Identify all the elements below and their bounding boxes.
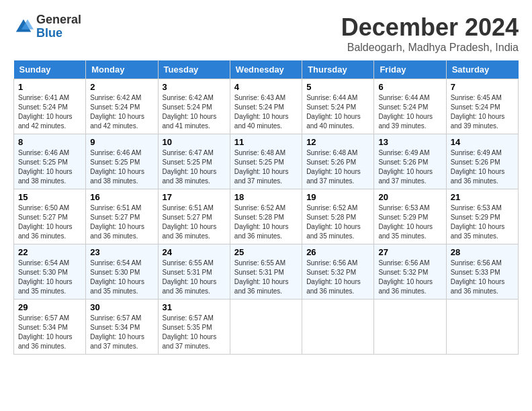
table-row (446, 300, 518, 355)
day-number: 20 (378, 192, 441, 202)
logo-general: General (36, 13, 81, 27)
table-row: 26Sunrise: 6:56 AMSunset: 5:32 PMDayligh… (302, 244, 374, 300)
logo: General Blue (13, 13, 81, 40)
day-number: 13 (378, 137, 441, 147)
logo-text: General Blue (36, 13, 81, 40)
table-row: 19Sunrise: 6:52 AMSunset: 5:28 PMDayligh… (302, 189, 374, 244)
day-number: 6 (378, 82, 441, 92)
day-number: 17 (163, 192, 226, 202)
day-number: 7 (451, 82, 514, 92)
table-row: 22Sunrise: 6:54 AMSunset: 5:30 PMDayligh… (14, 244, 86, 300)
day-info: Sunrise: 6:57 AMSunset: 5:34 PMDaylight:… (90, 314, 144, 350)
day-number: 1 (18, 82, 81, 92)
calendar-table: Sunday Monday Tuesday Wednesday Thursday… (13, 60, 519, 355)
header-row: Sunday Monday Tuesday Wednesday Thursday… (14, 60, 519, 79)
day-info: Sunrise: 6:51 AMSunset: 5:27 PMDaylight:… (163, 204, 217, 240)
day-info: Sunrise: 6:57 AMSunset: 5:34 PMDaylight:… (18, 314, 73, 350)
table-row: 30Sunrise: 6:57 AMSunset: 5:34 PMDayligh… (86, 300, 158, 355)
table-row: 6Sunrise: 6:44 AMSunset: 5:24 PMDaylight… (374, 79, 446, 134)
col-friday: Friday (374, 60, 446, 79)
day-number: 21 (451, 192, 514, 202)
table-row: 18Sunrise: 6:52 AMSunset: 5:28 PMDayligh… (230, 189, 302, 244)
day-number: 31 (163, 302, 226, 312)
table-row: 2Sunrise: 6:42 AMSunset: 5:24 PMDaylight… (86, 79, 158, 134)
day-info: Sunrise: 6:50 AMSunset: 5:27 PMDaylight:… (18, 204, 73, 240)
day-number: 23 (90, 247, 153, 257)
day-info: Sunrise: 6:54 AMSunset: 5:30 PMDaylight:… (90, 259, 144, 295)
col-wednesday: Wednesday (230, 60, 302, 79)
day-number: 28 (451, 247, 514, 257)
col-saturday: Saturday (446, 60, 518, 79)
day-number: 16 (90, 192, 153, 202)
day-number: 30 (90, 302, 153, 312)
col-monday: Monday (86, 60, 158, 79)
table-row: 25Sunrise: 6:55 AMSunset: 5:31 PMDayligh… (230, 244, 302, 300)
day-number: 12 (306, 137, 369, 147)
day-number: 5 (306, 82, 369, 92)
calendar-row: 1Sunrise: 6:41 AMSunset: 5:24 PMDaylight… (14, 79, 519, 134)
table-row: 14Sunrise: 6:49 AMSunset: 5:26 PMDayligh… (446, 134, 518, 189)
day-info: Sunrise: 6:46 AMSunset: 5:25 PMDaylight:… (90, 149, 144, 185)
calendar-title: December 2024 (341, 13, 519, 42)
table-row (374, 300, 446, 355)
day-number: 10 (163, 137, 226, 147)
day-number: 26 (306, 247, 369, 257)
table-row: 23Sunrise: 6:54 AMSunset: 5:30 PMDayligh… (86, 244, 158, 300)
table-row: 13Sunrise: 6:49 AMSunset: 5:26 PMDayligh… (374, 134, 446, 189)
day-number: 25 (234, 247, 298, 257)
calendar-row: 29Sunrise: 6:57 AMSunset: 5:34 PMDayligh… (14, 300, 519, 355)
table-row: 5Sunrise: 6:44 AMSunset: 5:24 PMDaylight… (302, 79, 374, 134)
table-row: 1Sunrise: 6:41 AMSunset: 5:24 PMDaylight… (14, 79, 86, 134)
day-number: 3 (163, 82, 226, 92)
day-info: Sunrise: 6:42 AMSunset: 5:24 PMDaylight:… (163, 94, 217, 130)
table-row (302, 300, 374, 355)
day-info: Sunrise: 6:53 AMSunset: 5:29 PMDaylight:… (378, 204, 433, 240)
day-info: Sunrise: 6:46 AMSunset: 5:25 PMDaylight:… (18, 149, 73, 185)
day-number: 2 (90, 82, 153, 92)
day-number: 24 (163, 247, 226, 257)
table-row: 8Sunrise: 6:46 AMSunset: 5:25 PMDaylight… (14, 134, 86, 189)
table-row: 7Sunrise: 6:45 AMSunset: 5:24 PMDaylight… (446, 79, 518, 134)
table-row: 27Sunrise: 6:56 AMSunset: 5:32 PMDayligh… (374, 244, 446, 300)
day-info: Sunrise: 6:41 AMSunset: 5:24 PMDaylight:… (18, 94, 73, 130)
day-info: Sunrise: 6:44 AMSunset: 5:24 PMDaylight:… (306, 94, 361, 130)
table-row: 20Sunrise: 6:53 AMSunset: 5:29 PMDayligh… (374, 189, 446, 244)
day-info: Sunrise: 6:57 AMSunset: 5:35 PMDaylight:… (163, 314, 217, 350)
day-info: Sunrise: 6:56 AMSunset: 5:32 PMDaylight:… (306, 259, 361, 295)
table-row: 16Sunrise: 6:51 AMSunset: 5:27 PMDayligh… (86, 189, 158, 244)
table-row: 9Sunrise: 6:46 AMSunset: 5:25 PMDaylight… (86, 134, 158, 189)
table-row: 17Sunrise: 6:51 AMSunset: 5:27 PMDayligh… (158, 189, 230, 244)
logo-icon (13, 17, 34, 37)
day-number: 27 (378, 247, 441, 257)
day-number: 19 (306, 192, 369, 202)
day-number: 18 (234, 192, 298, 202)
calendar-subtitle: Baldeogarh, Madhya Pradesh, India (341, 42, 519, 54)
col-thursday: Thursday (302, 60, 374, 79)
day-info: Sunrise: 6:52 AMSunset: 5:28 PMDaylight:… (306, 204, 361, 240)
table-row: 15Sunrise: 6:50 AMSunset: 5:27 PMDayligh… (14, 189, 86, 244)
table-row: 11Sunrise: 6:48 AMSunset: 5:25 PMDayligh… (230, 134, 302, 189)
table-row: 21Sunrise: 6:53 AMSunset: 5:29 PMDayligh… (446, 189, 518, 244)
table-row: 31Sunrise: 6:57 AMSunset: 5:35 PMDayligh… (158, 300, 230, 355)
table-row: 3Sunrise: 6:42 AMSunset: 5:24 PMDaylight… (158, 79, 230, 134)
day-info: Sunrise: 6:47 AMSunset: 5:25 PMDaylight:… (163, 149, 217, 185)
col-tuesday: Tuesday (158, 60, 230, 79)
table-row (230, 300, 302, 355)
day-info: Sunrise: 6:43 AMSunset: 5:24 PMDaylight:… (234, 94, 289, 130)
day-number: 22 (18, 247, 81, 257)
day-info: Sunrise: 6:55 AMSunset: 5:31 PMDaylight:… (163, 259, 217, 295)
day-info: Sunrise: 6:49 AMSunset: 5:26 PMDaylight:… (451, 149, 505, 185)
day-info: Sunrise: 6:48 AMSunset: 5:26 PMDaylight:… (306, 149, 361, 185)
calendar-row: 22Sunrise: 6:54 AMSunset: 5:30 PMDayligh… (14, 244, 519, 300)
day-info: Sunrise: 6:42 AMSunset: 5:24 PMDaylight:… (90, 94, 144, 130)
day-info: Sunrise: 6:49 AMSunset: 5:26 PMDaylight:… (378, 149, 433, 185)
header: General Blue December 2024 Baldeogarh, M… (13, 13, 519, 54)
col-sunday: Sunday (14, 60, 86, 79)
day-info: Sunrise: 6:51 AMSunset: 5:27 PMDaylight:… (90, 204, 144, 240)
day-info: Sunrise: 6:55 AMSunset: 5:31 PMDaylight:… (234, 259, 289, 295)
table-row: 10Sunrise: 6:47 AMSunset: 5:25 PMDayligh… (158, 134, 230, 189)
day-info: Sunrise: 6:54 AMSunset: 5:30 PMDaylight:… (18, 259, 73, 295)
day-info: Sunrise: 6:45 AMSunset: 5:24 PMDaylight:… (451, 94, 505, 130)
calendar-row: 15Sunrise: 6:50 AMSunset: 5:27 PMDayligh… (14, 189, 519, 244)
day-info: Sunrise: 6:56 AMSunset: 5:32 PMDaylight:… (378, 259, 433, 295)
